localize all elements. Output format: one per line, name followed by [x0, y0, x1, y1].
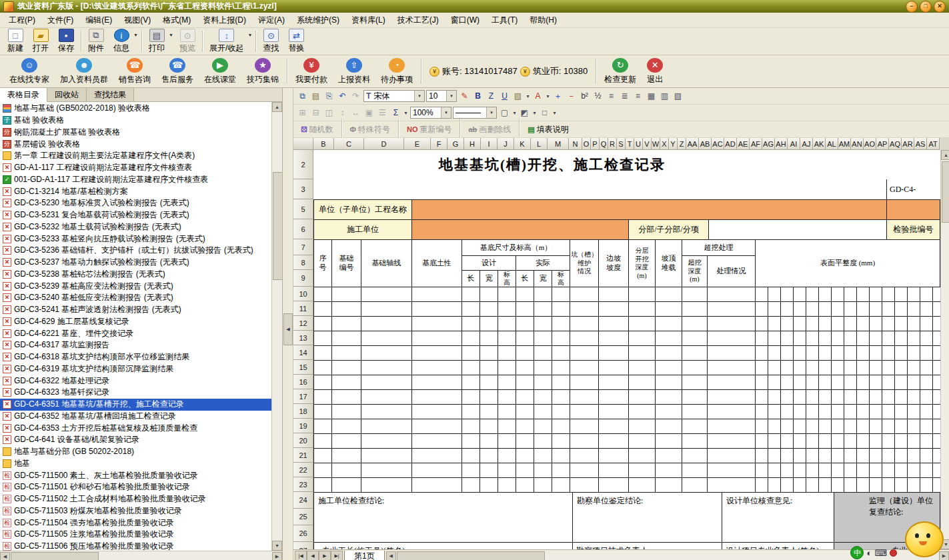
grid-cell[interactable]: [361, 360, 412, 375]
grid-cell[interactable]: [755, 419, 768, 434]
grid-cell[interactable]: [932, 375, 940, 390]
row-header-6[interactable]: 6: [293, 219, 313, 239]
column-header-I[interactable]: I: [481, 138, 498, 150]
grid-cell[interactable]: [552, 389, 570, 405]
grid-cell[interactable]: [932, 463, 940, 478]
column-header-P[interactable]: P: [591, 138, 600, 150]
grid-cell[interactable]: [882, 448, 895, 463]
grid-cell[interactable]: [655, 375, 682, 390]
grid-cell[interactable]: [534, 419, 552, 434]
update-button[interactable]: ↻检查更新: [599, 57, 642, 86]
grid-cell[interactable]: [920, 360, 933, 375]
grid-cell[interactable]: [755, 287, 768, 302]
grid-cell[interactable]: [361, 345, 412, 361]
grid-cell[interactable]: [516, 345, 534, 361]
grid-cell[interactable]: [844, 389, 857, 405]
tree-item[interactable]: 子基础 验收表格: [0, 115, 271, 127]
grid-cell[interactable]: [831, 360, 844, 375]
grid-cell[interactable]: [768, 345, 781, 361]
grid-cell[interactable]: [707, 287, 756, 302]
grid-cell[interactable]: [552, 404, 570, 419]
grid-cell[interactable]: [361, 448, 412, 463]
grid-cell[interactable]: [411, 419, 462, 434]
grid-cell[interactable]: [313, 375, 332, 390]
grid-cell[interactable]: [570, 419, 599, 434]
grid-cell[interactable]: [818, 345, 832, 361]
tree-item[interactable]: ✕GD-C4-6323 地基钎探记录: [0, 387, 271, 399]
field-division-label[interactable]: 分部/子分部/分项: [628, 219, 709, 240]
scroll-thumb[interactable]: [273, 172, 282, 280]
expert-button[interactable]: ☺在线找专家: [4, 57, 55, 86]
grid-cell[interactable]: [856, 331, 870, 346]
tree-item[interactable]: 地基与基础分部 (GB 50202-2018): [0, 446, 271, 458]
grid-cell[interactable]: [598, 433, 629, 449]
first-sheet-button[interactable]: |◀: [295, 551, 307, 560]
grid-cell[interactable]: [411, 287, 462, 302]
grid-cell[interactable]: [882, 419, 895, 434]
grid-cell[interactable]: [780, 287, 794, 302]
header-foundation-no[interactable]: 基础 编号: [331, 239, 361, 287]
tree-item[interactable]: 检GD-C5-711500 素土、灰土地基检验批质量验收记录: [0, 469, 271, 481]
grid-cell[interactable]: [932, 433, 940, 449]
grid-cell[interactable]: [598, 345, 629, 361]
grid-cell[interactable]: [755, 375, 768, 390]
column-header-AA[interactable]: AA: [686, 138, 699, 150]
grid-cell[interactable]: [461, 404, 480, 419]
font-family-select[interactable]: T 宋体 ▼: [363, 90, 425, 102]
grid-cell[interactable]: [882, 301, 895, 317]
grid-cell[interactable]: [793, 316, 806, 331]
grid-cell[interactable]: [818, 389, 832, 405]
scroll-thumb[interactable]: [11, 552, 99, 560]
grid-cell[interactable]: [831, 389, 844, 405]
grid-cell[interactable]: [869, 345, 882, 361]
grid-cell[interactable]: [516, 448, 534, 463]
row-header-11[interactable]: 11: [293, 301, 313, 316]
grid-cell[interactable]: [707, 389, 756, 405]
grid-cell[interactable]: [806, 287, 819, 302]
ime-mode-icon[interactable]: ◐: [866, 548, 872, 558]
grid-cell[interactable]: [682, 404, 708, 419]
column-header-D[interactable]: D: [364, 138, 404, 150]
grid-cell[interactable]: [313, 389, 332, 405]
grid-cell[interactable]: [768, 287, 781, 302]
grid-cell[interactable]: [844, 448, 857, 463]
grid-cell[interactable]: [755, 331, 768, 346]
column-header-AR[interactable]: AR: [902, 138, 914, 150]
row-header-23[interactable]: 23: [293, 477, 313, 492]
grid-cell[interactable]: [844, 360, 857, 375]
grid-cell[interactable]: [882, 404, 895, 419]
header-actual-length[interactable]: 长: [516, 270, 534, 287]
grid-cell[interactable]: [894, 419, 908, 434]
grid-cell[interactable]: [598, 389, 629, 405]
grid-cell[interactable]: [655, 389, 682, 405]
grid-cell[interactable]: [793, 448, 806, 463]
row-header-22[interactable]: 22: [293, 463, 313, 477]
grid-cell[interactable]: [882, 331, 895, 346]
grid-cell[interactable]: [534, 316, 552, 331]
grid-cell[interactable]: [570, 375, 599, 390]
grid-cell[interactable]: [755, 433, 768, 449]
menu-窗口(W)[interactable]: 窗口(W): [445, 13, 486, 27]
grid-cell[interactable]: [894, 316, 908, 331]
header-design-width[interactable]: 宽: [480, 270, 498, 287]
grid-cell[interactable]: [907, 360, 920, 375]
grid-cell[interactable]: [628, 419, 656, 434]
grid-cell[interactable]: [461, 433, 480, 449]
grid-cell[interactable]: [755, 448, 768, 463]
grid-cell[interactable]: [570, 477, 599, 493]
tree-item[interactable]: ✕GD-C4-6221 基座、埋件交接记录: [0, 327, 271, 339]
grid-cell[interactable]: [856, 463, 870, 478]
tree-item[interactable]: ✕GD-C4-629 施工层基线复核记录: [0, 316, 271, 328]
border-style-icon-dropdown[interactable]: ▾: [512, 107, 518, 119]
grid-cell[interactable]: [818, 477, 832, 493]
grid-cell[interactable]: [498, 287, 516, 302]
grid-cell[interactable]: [856, 433, 870, 449]
grid-cell[interactable]: [869, 448, 882, 463]
grid-cell[interactable]: [831, 433, 844, 449]
increase-icon[interactable]: ＋: [552, 90, 564, 102]
grid-cell[interactable]: [655, 463, 682, 478]
grid-cell[interactable]: [780, 375, 794, 390]
grid-cell[interactable]: [461, 345, 480, 361]
grid-cell[interactable]: [806, 404, 819, 419]
grid-cell[interactable]: [628, 433, 656, 449]
